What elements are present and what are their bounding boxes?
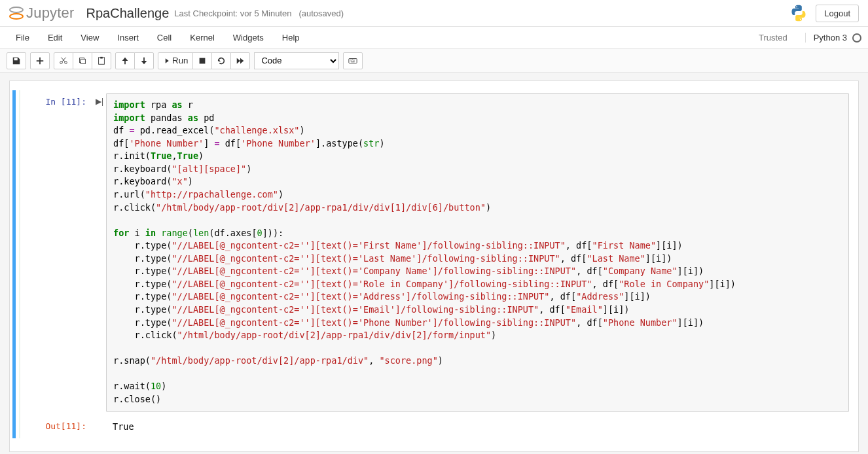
interrupt-button[interactable] — [192, 52, 212, 69]
checkpoint-text: Last Checkpoint: vor 5 Minuten (autosave… — [174, 9, 344, 18]
cell-output: True — [106, 417, 849, 436]
menu-insert[interactable]: Insert — [108, 27, 148, 48]
autosaved-label: (autosaved) — [298, 9, 344, 18]
run-label: Run — [172, 56, 188, 65]
code-cell[interactable]: In [11]: ▶| import rpa as r import panda… — [12, 90, 856, 438]
arrow-down-icon — [139, 56, 149, 65]
stop-icon — [198, 56, 207, 65]
svg-rect-4 — [200, 58, 206, 63]
jupyter-logo-icon — [9, 6, 24, 20]
cell-type-select[interactable]: Code — [254, 52, 339, 69]
kernel-name: Python 3 — [814, 33, 847, 43]
cut-button[interactable] — [54, 52, 73, 69]
input-prompt: In [11]: — [21, 93, 93, 412]
notebook-name[interactable]: RpaChallenge — [86, 6, 170, 21]
restart-icon — [217, 56, 226, 65]
run-button[interactable]: Run — [158, 52, 193, 69]
svg-rect-1 — [81, 59, 85, 63]
checkpoint-label: Last Checkpoint: vor 5 Minuten — [174, 9, 291, 18]
menu-file[interactable]: File — [7, 27, 39, 48]
toolbar: Run Code — [0, 49, 868, 73]
svg-rect-3 — [100, 56, 103, 58]
menu-help[interactable]: Help — [273, 27, 309, 48]
copy-button[interactable] — [73, 52, 92, 69]
jupyter-word: Jupyter — [26, 5, 75, 22]
menu-widgets[interactable]: Widgets — [224, 27, 273, 48]
command-palette-button[interactable] — [343, 52, 363, 69]
keyboard-icon — [348, 56, 357, 65]
restart-button[interactable] — [211, 52, 231, 69]
menu-kernel[interactable]: Kernel — [181, 27, 224, 48]
run-icon — [163, 56, 170, 65]
paste-button[interactable] — [92, 52, 111, 69]
arrow-up-icon — [120, 56, 130, 65]
kernel-idle-icon — [852, 33, 861, 43]
plus-icon — [35, 56, 45, 65]
jupyter-logo[interactable]: Jupyter — [9, 5, 75, 22]
menu-edit[interactable]: Edit — [39, 27, 71, 48]
run-cell-icon[interactable]: ▶| — [93, 93, 106, 412]
menu-cell[interactable]: Cell — [148, 27, 181, 48]
fast-forward-icon — [236, 56, 245, 65]
code-input[interactable]: import rpa as r import pandas as pd df =… — [106, 93, 849, 412]
paste-icon — [97, 56, 106, 65]
cut-icon — [59, 56, 68, 65]
kernel-indicator[interactable]: Python 3 — [805, 33, 861, 43]
move-down-button[interactable] — [134, 52, 154, 69]
save-button[interactable] — [7, 52, 26, 69]
notebook-container: In [11]: ▶| import rpa as r import panda… — [0, 73, 868, 454]
copy-icon — [78, 56, 87, 65]
save-icon — [12, 56, 21, 65]
python-icon — [789, 4, 808, 22]
logout-button[interactable]: Logout — [816, 5, 859, 22]
move-up-button[interactable] — [115, 52, 135, 69]
restart-run-all-button[interactable] — [230, 52, 250, 69]
notebook-header: Jupyter RpaChallenge Last Checkpoint: vo… — [0, 0, 868, 27]
trusted-indicator[interactable]: Trusted — [751, 30, 795, 45]
notebook: In [11]: ▶| import rpa as r import panda… — [9, 80, 859, 452]
output-prompt: Out[11]: — [21, 417, 93, 436]
add-cell-button[interactable] — [30, 52, 50, 69]
menubar: File Edit View Insert Cell Kernel Widget… — [0, 27, 868, 49]
menu-view[interactable]: View — [71, 27, 108, 48]
